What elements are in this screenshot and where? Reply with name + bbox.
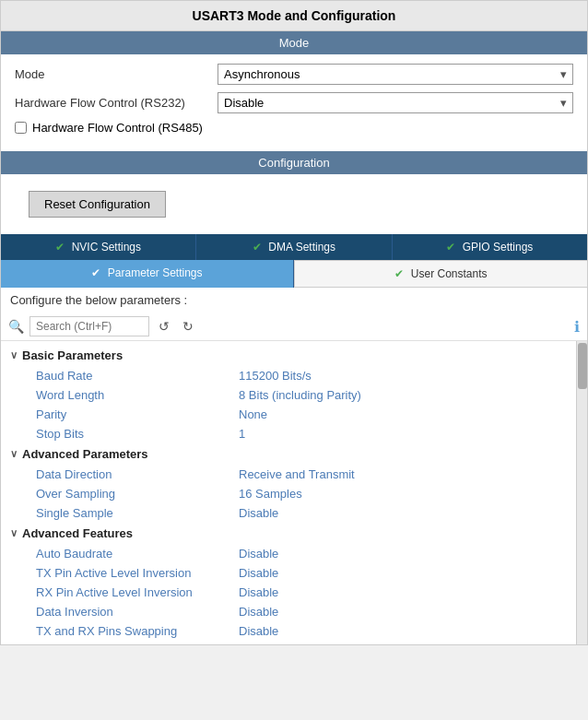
hw-flow-chevron-icon: ▾ (560, 96, 567, 110)
mode-row: Mode Asynchronous ▾ (15, 64, 573, 85)
advanced-arrow-icon: ∨ (10, 448, 18, 460)
group-advanced-features[interactable]: ∨ Advanced Features (8, 523, 580, 544)
basic-parameters-label: Basic Parameters (22, 348, 123, 362)
configure-text: Configure the below parameters : (1, 288, 587, 313)
param-data-direction-value: Receive and Transmit (239, 467, 355, 481)
search-row: 🔍 ↺ ↻ ℹ (1, 313, 587, 341)
param-word-length-name: Word Length (36, 388, 239, 402)
tab-param-label: Parameter Settings (108, 266, 203, 279)
tab-nvic-label: NVIC Settings (72, 241, 141, 254)
scroll-thumb[interactable] (578, 343, 587, 389)
mode-select[interactable]: Asynchronous ▾ (218, 64, 573, 85)
param-tx-rx-swapping-name: TX and RX Pins Swapping (36, 624, 239, 638)
params-tree: ∨ Basic Parameters Baud Rate 115200 Bits… (1, 341, 587, 644)
tab-parameter-settings[interactable]: ✔ Parameter Settings (1, 260, 294, 288)
param-tx-rx-swapping-value: Disable (239, 624, 278, 638)
params-area: ∨ Basic Parameters Baud Rate 115200 Bits… (1, 341, 587, 644)
user-check-icon: ✔ (394, 267, 404, 280)
mode-section: Mode Asynchronous ▾ Hardware Flow Contro… (1, 54, 587, 144)
adv-features-arrow-icon: ∨ (10, 527, 18, 539)
param-rx-active-inversion-value: Disable (239, 585, 278, 599)
hw-flow-value: Disable (224, 96, 264, 110)
tab-dma-settings[interactable]: ✔ DMA Settings (196, 234, 392, 260)
tabs-row2: ✔ Parameter Settings ✔ User Constants (1, 260, 587, 288)
param-parity: Parity None (8, 405, 580, 424)
param-auto-baudrate: Auto Baudrate Disable (8, 544, 580, 563)
mode-section-header: Mode (1, 31, 587, 54)
param-single-sample-name: Single Sample (36, 506, 239, 520)
param-over-sampling-value: 16 Samples (239, 487, 302, 501)
param-check-icon: ✔ (91, 266, 100, 279)
group-basic-parameters[interactable]: ∨ Basic Parameters (8, 345, 580, 366)
dma-check-icon: ✔ (253, 241, 262, 254)
param-data-inversion: Data Inversion Disable (8, 602, 580, 621)
advanced-parameters-items: Data Direction Receive and Transmit Over… (8, 465, 580, 523)
group-advanced-parameters[interactable]: ∨ Advanced Parameters (8, 443, 580, 465)
param-single-sample-value: Disable (239, 506, 278, 520)
param-baud-rate-name: Baud Rate (36, 369, 239, 383)
gpio-check-icon: ✔ (446, 241, 455, 254)
config-section-header: Configuration (1, 151, 587, 174)
param-data-inversion-name: Data Inversion (36, 605, 239, 619)
window-title: USART3 Mode and Configuration (1, 1, 587, 31)
mode-select-value: Asynchronous (224, 67, 300, 81)
tab-user-label: User Constants (411, 267, 488, 280)
tab-nvic-settings[interactable]: ✔ NVIC Settings (1, 234, 196, 260)
param-baud-rate-value: 115200 Bits/s (239, 369, 312, 383)
basic-arrow-icon: ∨ (10, 349, 18, 361)
param-word-length: Word Length 8 Bits (including Parity) (8, 385, 580, 405)
advanced-parameters-label: Advanced Parameters (22, 447, 148, 461)
param-word-length-value: 8 Bits (including Parity) (239, 388, 361, 402)
param-tx-active-inversion-name: TX Pin Active Level Inversion (36, 566, 239, 580)
hw-rs485-label: Hardware Flow Control (RS485) (32, 121, 203, 135)
hw-flow-select[interactable]: Disable ▾ (218, 92, 573, 113)
param-data-direction-name: Data Direction (36, 467, 239, 481)
tab-dma-label: DMA Settings (268, 241, 335, 254)
param-parity-name: Parity (36, 407, 239, 421)
param-data-inversion-value: Disable (239, 605, 278, 619)
advanced-features-label: Advanced Features (22, 526, 133, 540)
param-over-sampling-name: Over Sampling (36, 487, 239, 501)
param-auto-baudrate-value: Disable (239, 547, 278, 561)
undo-icon[interactable]: ↺ (155, 317, 173, 336)
reset-config-button[interactable]: Reset Configuration (29, 191, 166, 218)
param-rx-active-inversion-name: RX Pin Active Level Inversion (36, 585, 239, 599)
reset-btn-area: Reset Configuration (1, 174, 587, 234)
advanced-features-items: Auto Baudrate Disable TX Pin Active Leve… (8, 544, 580, 641)
param-tx-active-inversion-value: Disable (239, 566, 278, 580)
param-single-sample: Single Sample Disable (8, 503, 580, 523)
info-icon[interactable]: ℹ (574, 318, 580, 336)
search-icon: 🔍 (8, 319, 24, 334)
scrollbar[interactable] (576, 341, 587, 644)
basic-parameters-items: Baud Rate 115200 Bits/s Word Length 8 Bi… (8, 366, 580, 443)
tab-gpio-label: GPIO Settings (463, 241, 534, 254)
param-stop-bits-name: Stop Bits (36, 427, 239, 441)
param-tx-rx-swapping: TX and RX Pins Swapping Disable (8, 621, 580, 641)
nvic-check-icon: ✔ (55, 241, 65, 254)
param-rx-active-inversion: RX Pin Active Level Inversion Disable (8, 583, 580, 602)
tab-gpio-settings[interactable]: ✔ GPIO Settings (393, 234, 587, 260)
param-parity-value: None (239, 407, 267, 421)
mode-chevron-icon: ▾ (560, 67, 567, 81)
param-tx-active-inversion: TX Pin Active Level Inversion Disable (8, 563, 580, 583)
hw-flow-label: Hardware Flow Control (RS232) (15, 96, 218, 110)
redo-icon[interactable]: ↻ (179, 317, 197, 336)
hw-rs485-checkbox[interactable] (15, 122, 27, 134)
param-data-direction: Data Direction Receive and Transmit (8, 465, 580, 484)
param-auto-baudrate-name: Auto Baudrate (36, 547, 239, 561)
param-over-sampling: Over Sampling 16 Samples (8, 484, 580, 503)
hw-flow-row: Hardware Flow Control (RS232) Disable ▾ (15, 92, 573, 113)
param-baud-rate: Baud Rate 115200 Bits/s (8, 366, 580, 385)
search-input[interactable] (29, 316, 149, 336)
hw-rs485-row: Hardware Flow Control (RS485) (15, 121, 573, 135)
tab-user-constants[interactable]: ✔ User Constants (294, 260, 587, 288)
param-stop-bits-value: 1 (239, 427, 245, 441)
param-stop-bits: Stop Bits 1 (8, 424, 580, 443)
tabs-row1: ✔ NVIC Settings ✔ DMA Settings ✔ GPIO Se… (1, 234, 587, 260)
mode-label: Mode (15, 67, 218, 81)
